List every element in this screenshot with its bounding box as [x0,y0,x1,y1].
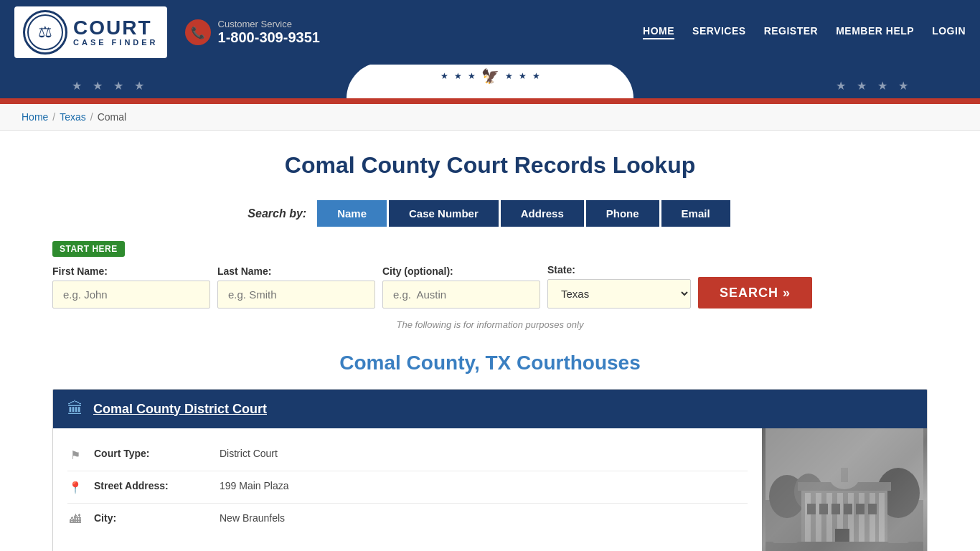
street-address-icon: 📍 [67,481,83,494]
site-header: COURT CASE FINDER 📞 Customer Service 1-8… [0,0,980,65]
breadcrumb-state[interactable]: Texas [60,111,86,123]
courthouse-photo [762,428,927,551]
search-by-row: Search by: Name Case Number Address Phon… [52,200,928,227]
street-address-label: Street Address: [94,480,209,491]
arch-red-band [0,98,980,104]
last-name-group: Last Name: [217,265,375,309]
city-group: City (optional): [382,265,540,309]
svg-rect-8 [826,493,832,543]
breadcrumb-sep-2: / [90,111,93,123]
court-type-icon: ⚑ [67,448,83,462]
svg-rect-20 [844,504,852,514]
search-form: First Name: Last Name: City (optional): … [52,264,928,309]
svg-rect-22 [868,504,877,514]
svg-rect-11 [859,493,864,543]
courthouse-details: ⚑ Court Type: District Court 📍 Street Ad… [53,428,762,551]
search-by-label: Search by: [248,207,306,220]
tab-phone[interactable]: Phone [586,200,659,227]
logo-text: COURT CASE FINDER [73,18,159,47]
state-group: State: Texas Alabama Alaska Arizona Cali… [547,264,691,309]
disclaimer: The following is for information purpose… [52,319,928,330]
logo-circle [23,10,67,55]
courthouse-header: 🏛 Comal County District Court [53,390,927,428]
courthouse-name[interactable]: Comal County District Court [93,402,267,417]
courthouse-body: ⚑ Court Type: District Court 📍 Street Ad… [53,428,927,551]
left-stars: ★ ★ ★ ★ [72,79,144,93]
breadcrumb-county: Comal [98,111,126,123]
search-button[interactable]: SEARCH » [698,277,812,309]
breadcrumb-home[interactable]: Home [22,111,48,123]
logo-court-text: COURT [73,18,159,38]
svg-rect-26 [887,537,909,543]
phone-icon: 📞 [185,19,211,45]
last-name-input[interactable] [217,281,375,309]
breadcrumb-bar: Home / Texas / Comal [0,104,980,131]
logo-icon [27,14,63,50]
nav-home[interactable]: HOME [643,25,674,39]
city-icon: 🏙 [67,513,83,526]
first-name-label: First Name: [52,265,210,277]
customer-service-label: Customer Service [218,19,320,29]
city-detail-label: City: [94,512,209,524]
svg-rect-19 [831,504,840,514]
first-name-input[interactable] [52,281,210,309]
main-nav: HOME SERVICES REGISTER MEMBER HELP LOGIN [643,25,966,39]
nav-services[interactable]: SERVICES [692,25,746,39]
courthouse-image [762,428,927,551]
city-label: City (optional): [382,265,540,277]
nav-member-help[interactable]: MEMBER HELP [836,25,914,39]
tab-address[interactable]: Address [501,200,584,227]
svg-rect-16 [841,468,848,482]
phone-number: 1-800-309-9351 [218,29,320,46]
logo-area[interactable]: COURT CASE FINDER [14,6,167,58]
logo-case-finder-text: CASE FINDER [73,38,159,47]
svg-rect-18 [819,504,828,514]
nav-register[interactable]: REGISTER [764,25,819,39]
court-type-row: ⚑ Court Type: District Court [67,439,748,471]
svg-rect-25 [773,536,798,543]
court-type-value: District Court [220,448,278,459]
city-row: 🏙 City: New Braunfels [67,504,748,534]
breadcrumb-sep-1: / [52,111,55,123]
city-input[interactable] [382,281,540,309]
svg-rect-12 [870,493,875,543]
state-select[interactable]: Texas Alabama Alaska Arizona California … [547,279,691,309]
svg-rect-17 [807,504,816,514]
page-title: Comal County Court Records Lookup [52,152,928,179]
city-detail-value: New Braunfels [220,512,285,524]
nav-login[interactable]: LOGIN [932,25,966,39]
phone-area: 📞 Customer Service 1-800-309-9351 [185,19,320,46]
svg-rect-13 [879,493,885,543]
main-content: Comal County Court Records Lookup Search… [24,131,956,551]
right-stars: ★ ★ ★ ★ [836,79,908,93]
svg-rect-21 [856,504,864,514]
tab-name[interactable]: Name [317,200,387,227]
svg-rect-6 [805,493,811,543]
first-name-group: First Name: [52,265,210,309]
phone-details: Customer Service 1-800-309-9351 [218,19,320,46]
street-address-value: 199 Main Plaza [220,480,289,491]
state-label: State: [547,264,691,276]
start-here-badge: START HERE [52,241,125,257]
breadcrumb: Home / Texas / Comal [22,111,958,123]
street-address-row: 📍 Street Address: 199 Main Plaza [67,471,748,504]
building-illustration [765,428,923,551]
courthouse-card: 🏛 Comal County District Court ⚑ Court Ty… [52,389,928,551]
courthouses-title: Comal County, TX Courthouses [52,352,928,375]
patriotic-arch: ★ ★ ★ 🦅 ★ ★ ★ ★ ★ ★ ★ ★ ★ ★ ★ [0,65,980,104]
arch-curve: ★ ★ ★ 🦅 ★ ★ ★ [347,65,633,98]
court-type-label: Court Type: [94,448,209,459]
last-name-label: Last Name: [217,265,375,277]
tab-case-number[interactable]: Case Number [389,200,499,227]
courthouse-icon: 🏛 [67,400,83,418]
tab-email[interactable]: Email [661,200,730,227]
svg-rect-7 [816,493,821,543]
eagle-icon: 🦅 [481,67,499,85]
